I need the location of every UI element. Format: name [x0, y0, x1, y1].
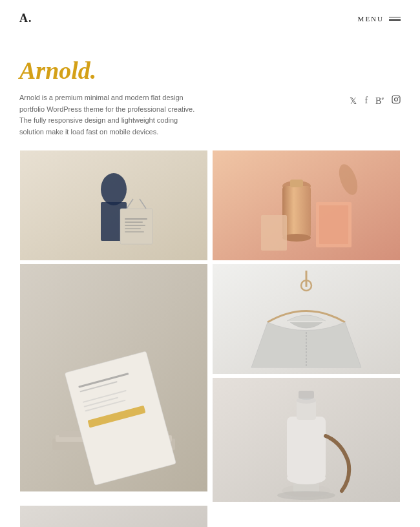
svg-rect-10 [125, 222, 143, 223]
svg-point-4 [101, 173, 127, 205]
header: A. MENU [0, 0, 420, 37]
portfolio-item-5[interactable] [212, 378, 401, 502]
hero-description: Arnold is a premium minimal and modern f… [19, 92, 200, 138]
svg-rect-20 [319, 205, 348, 244]
hero-content: Arnold. Arnold is a premium minimal and … [19, 56, 350, 138]
svg-rect-38 [20, 506, 207, 527]
svg-rect-13 [125, 231, 144, 232]
menu-label: MENU [358, 15, 384, 23]
portfolio-item-2[interactable] [212, 150, 401, 260]
twitter-icon[interactable]: 𝕏 [350, 96, 357, 107]
svg-rect-0 [392, 96, 400, 103]
portfolio-item-4[interactable] [212, 264, 401, 374]
svg-rect-53 [299, 391, 314, 398]
portfolio-item-1[interactable] [19, 150, 208, 260]
facebook-icon[interactable]: f [364, 96, 368, 106]
hamburger-icon [389, 17, 401, 21]
svg-point-1 [395, 98, 398, 101]
portfolio-item-6[interactable] [19, 506, 208, 527]
svg-rect-18 [290, 180, 303, 187]
hero-section: Arnold. Arnold is a premium minimal and … [0, 37, 420, 150]
portfolio-item-3[interactable] [19, 264, 208, 491]
svg-point-54 [277, 491, 335, 500]
svg-point-2 [398, 97, 399, 98]
svg-rect-12 [125, 228, 141, 229]
menu-button[interactable]: MENU [358, 15, 401, 23]
svg-rect-49 [287, 417, 326, 479]
svg-rect-6 [120, 209, 152, 244]
hero-title: Arnold. [19, 56, 350, 85]
svg-rect-9 [125, 218, 147, 220]
instagram-icon[interactable] [392, 95, 401, 107]
portfolio-grid [0, 150, 420, 527]
svg-rect-11 [125, 225, 145, 226]
logo[interactable]: A. [19, 12, 32, 25]
behance-icon[interactable]: Be [375, 96, 384, 107]
social-links: 𝕏 f Be [350, 56, 401, 107]
svg-rect-21 [261, 215, 287, 251]
